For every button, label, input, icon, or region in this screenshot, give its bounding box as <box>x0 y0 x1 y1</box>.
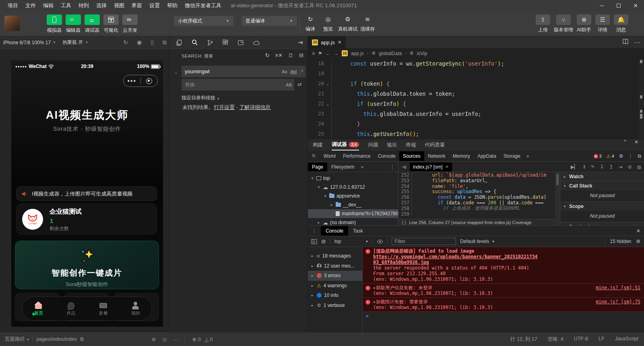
tab-bar-item[interactable]: 我的 <box>120 297 152 320</box>
close-tab-icon[interactable]: ✕ <box>338 39 342 45</box>
menu-item[interactable]: 转到 <box>75 0 93 11</box>
close-icon[interactable]: ✕ <box>636 228 640 234</box>
debugger-panel-tab[interactable]: 输出 <box>387 140 397 150</box>
learn-more-link[interactable]: 了解详细信息 <box>239 104 271 110</box>
mode-toggle-button[interactable]: 调试器 <box>85 14 100 34</box>
fold-icon[interactable]: ⌄ <box>324 101 331 106</box>
device-select[interactable]: iPhone 6/7/8 100% 17▼ <box>0 40 59 45</box>
levels-select[interactable]: Default levels▼ <box>460 239 495 244</box>
menu-item[interactable]: 设置 <box>146 0 163 11</box>
clear-results-icon[interactable]: ≡✕ <box>275 52 283 58</box>
debugger-panel-tab[interactable]: 代码质量 <box>425 140 445 150</box>
stop-icon[interactable]: ◉ <box>137 39 142 46</box>
gear-icon[interactable]: ⚙ <box>619 153 623 159</box>
debugger-panel-tab[interactable]: 问题 <box>368 140 378 150</box>
console-error[interactable]: ✕ [渲染层网络层错误] Failed to load image https:… <box>363 247 644 284</box>
filter-input[interactable]: Filter <box>392 238 456 245</box>
dock-icon[interactable]: ⧉ <box>638 153 641 159</box>
debugger-panel-tab[interactable]: 终端 <box>406 140 416 150</box>
maximize-button[interactable] <box>610 0 627 11</box>
menu-item[interactable]: 项目 <box>4 0 22 11</box>
forward-icon[interactable]: → <box>334 51 339 56</box>
console-prompt[interactable]: > <box>363 312 644 321</box>
menu-item[interactable]: 界面 <box>128 0 146 11</box>
sidebar-section-header[interactable]: ▾Call Stack <box>560 181 644 190</box>
error-url-link[interactable]: https://y.youmingwl.com/uploads/banners/… <box>373 254 538 260</box>
indentation[interactable]: 空格: 4 <box>548 336 564 343</box>
breadcrumb-symbol[interactable]: isVip <box>417 51 427 56</box>
compile-action-button[interactable]: ◎ 预览 <box>320 14 336 33</box>
tree-row[interactable]: ▾ top <box>308 174 398 183</box>
devtools-tab[interactable]: AppData <box>474 151 500 161</box>
step-into-icon[interactable]: ↧ <box>600 164 604 170</box>
whole-word-icon[interactable]: Ab| <box>290 69 297 74</box>
error-count[interactable]: ⊗ 0 <box>192 336 201 342</box>
fold-icon[interactable]: ⌄ <box>324 81 331 86</box>
window-icon[interactable] <box>237 39 244 46</box>
close-tab-icon[interactable]: ✕ <box>445 165 448 169</box>
cursor-position[interactable]: 行 12, 列 17 <box>510 336 537 343</box>
compile-mode-select[interactable]: 普通编译▼ <box>242 16 297 26</box>
collapse-icon[interactable]: ⌃ <box>623 139 627 145</box>
cloud-icon[interactable] <box>253 40 260 45</box>
source-control-icon[interactable] <box>207 39 213 46</box>
toolbar-action-button[interactable]: ⊗ AI助手 <box>576 14 592 33</box>
device-frame-icon[interactable]: ▯ <box>151 39 154 46</box>
pause-icon[interactable]: ‖ <box>583 164 585 170</box>
bookmark-icon[interactable]: ⚑ <box>318 51 322 56</box>
breadcrumb-file[interactable]: app.js <box>351 51 364 56</box>
debugger-panel-tab[interactable]: 构建 <box>313 140 323 150</box>
collapse-panel-icon[interactable]: ⇥ <box>298 39 303 46</box>
message-filter-row[interactable]: ▸ 4 warnings <box>308 281 362 291</box>
context-select[interactable]: top▼ <box>334 239 369 244</box>
menu-item[interactable]: 视图 <box>110 0 128 11</box>
close-button[interactable]: ✕ <box>627 0 644 11</box>
menu-item[interactable]: 文件 <box>22 0 39 11</box>
sidebar-section-header[interactable]: ▸Watch <box>560 172 644 181</box>
more-actions-icon[interactable]: ⋯ <box>634 39 640 46</box>
step-over-icon[interactable]: ↷ <box>590 164 594 170</box>
notice-banner[interactable]: I视频生成器，上传图片即可生成高质量视频 <box>16 186 157 201</box>
kebab-icon[interactable]: ⋮ <box>308 228 321 234</box>
deactivate-breakpoints-icon[interactable]: ⊘ <box>627 164 632 170</box>
devtools-tab[interactable]: Network <box>424 151 449 161</box>
devtools-tab[interactable]: Wxml <box>320 151 339 161</box>
debugger-code-view[interactable]: 252 url: `${app.globalData.apiBase}/uplo… <box>398 172 555 226</box>
message-filter-row[interactable]: ▸ 18 messages <box>308 251 362 261</box>
message-filter-row[interactable]: ▸ 1 verbose <box>308 301 362 311</box>
multi-window-icon[interactable]: ⧉ <box>163 39 167 46</box>
editor-scrollbar[interactable] <box>638 58 644 139</box>
error-url-link[interactable]: 03_68f8a50be9926.jpg <box>373 260 429 265</box>
preserve-case-icon[interactable]: AB <box>286 82 292 87</box>
back-icon[interactable]: ← <box>326 51 330 56</box>
more-tabs-icon[interactable]: » <box>524 153 532 159</box>
devtools-tab[interactable]: Performance <box>339 151 374 161</box>
step-out-icon[interactable]: ↥ <box>609 164 613 170</box>
tree-row[interactable]: ▾ appservice <box>308 192 398 200</box>
compile-action-button[interactable]: ≋ 清缓存 <box>360 14 375 33</box>
eye-icon[interactable] <box>377 239 383 244</box>
replace-all-icon[interactable]: ⇄ <box>297 81 302 87</box>
extensions-icon[interactable] <box>222 39 229 46</box>
bug-icon[interactable]: ⚙ <box>151 336 156 342</box>
more-icon[interactable]: » <box>358 164 366 170</box>
devtools-tab[interactable]: Console <box>374 151 399 161</box>
tab-bar-item[interactable]: 套餐 <box>87 297 120 320</box>
encoding[interactable]: UTF-8 <box>574 336 588 343</box>
create-video-card[interactable]: 智能创作一键成片 Sora秒级智能创作 <box>15 241 159 289</box>
refresh-icon[interactable]: ↻ <box>123 39 128 46</box>
collapse-all-icon[interactable]: ⊟ <box>299 52 303 58</box>
pause-on-exceptions-icon[interactable]: ◍ <box>637 164 641 170</box>
toolbar-action-button[interactable]: ⑂ 版本管理 <box>554 14 573 33</box>
file-tab-indexjs[interactable]: index.js? [sm] ✕ <box>410 163 452 171</box>
devtools-tab[interactable]: Memory <box>449 151 474 161</box>
minimize-button[interactable] <box>593 0 610 11</box>
eol[interactable]: LF <box>599 336 605 343</box>
capsule-menu[interactable]: ●●● <box>123 75 158 87</box>
tree-row[interactable]: mainframe?t=1762942780 <box>308 209 398 218</box>
scrollbar[interactable] <box>555 172 560 226</box>
breadcrumb-symbol[interactable]: globalData <box>379 51 402 56</box>
console-tab[interactable]: Task <box>348 226 368 236</box>
hot-reload-toggle[interactable]: 热重载 开▼ <box>59 39 91 46</box>
devtools-tab[interactable]: Sources <box>399 151 424 161</box>
